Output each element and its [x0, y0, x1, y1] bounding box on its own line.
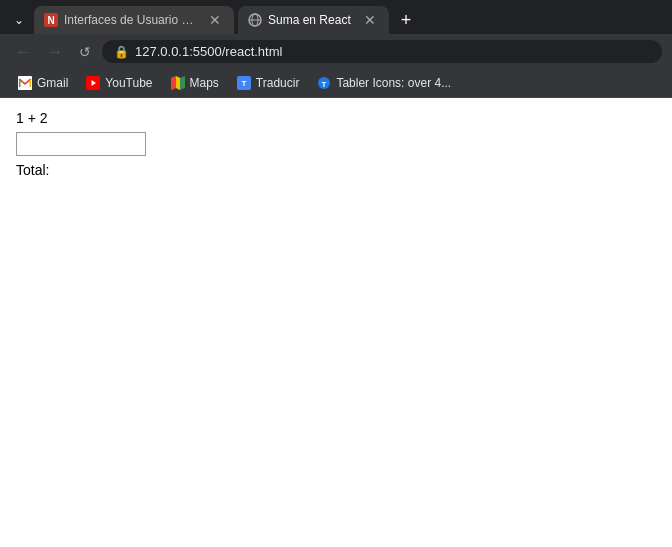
address-bar-row: ← → ↺ 🔒 127.0.0.1:5500/react.html	[0, 34, 672, 69]
bookmark-gmail[interactable]: Gmail	[10, 73, 76, 93]
svg-marker-12	[171, 76, 176, 90]
svg-text:N: N	[47, 15, 54, 26]
lock-icon: 🔒	[114, 45, 129, 59]
bookmark-maps-label: Maps	[190, 76, 219, 90]
tabler-icon: T	[317, 76, 331, 90]
address-text: 127.0.0.1:5500/react.html	[135, 44, 282, 59]
tab-suma[interactable]: Suma en React ✕	[238, 6, 389, 34]
tab-close-suma[interactable]: ✕	[361, 12, 379, 28]
bookmark-translate[interactable]: T Traducir	[229, 73, 308, 93]
reload-button[interactable]: ↺	[74, 41, 96, 63]
address-box[interactable]: 🔒 127.0.0.1:5500/react.html	[102, 40, 662, 63]
svg-rect-6	[19, 79, 21, 87]
tab-title-interfaces: Interfaces de Usuario - UI/UX	[64, 13, 196, 27]
back-button[interactable]: ←	[10, 41, 36, 63]
translate-icon: T	[237, 76, 251, 90]
bookmark-gmail-label: Gmail	[37, 76, 68, 90]
bookmark-maps[interactable]: Maps	[163, 73, 227, 93]
tab-bar: ⌄ N Interfaces de Usuario - UI/UX ✕ S	[0, 0, 672, 34]
bookmark-youtube[interactable]: YouTube	[78, 73, 160, 93]
sum-input[interactable]	[16, 132, 146, 156]
total-label: Total:	[16, 162, 656, 178]
tab-list-arrow[interactable]: ⌄	[8, 9, 30, 31]
tab-interfaces[interactable]: N Interfaces de Usuario - UI/UX ✕	[34, 6, 234, 34]
page-content: 1 + 2 Total:	[0, 98, 672, 525]
bookmark-tabler[interactable]: T Tabler Icons: over 4...	[309, 73, 459, 93]
youtube-icon	[86, 76, 100, 90]
tab-title-suma: Suma en React	[268, 13, 351, 27]
maps-icon	[171, 76, 185, 90]
tab-close-interfaces[interactable]: ✕	[206, 12, 224, 28]
browser-chrome: ⌄ N Interfaces de Usuario - UI/UX ✕ S	[0, 0, 672, 98]
bookmarks-bar: Gmail YouTube Maps	[0, 69, 672, 98]
tab-favicon-globe	[248, 13, 262, 27]
svg-rect-7	[30, 79, 32, 87]
bookmark-translate-label: Traducir	[256, 76, 300, 90]
svg-text:T: T	[322, 80, 327, 89]
forward-button[interactable]: →	[42, 41, 68, 63]
svg-marker-11	[176, 76, 180, 90]
gmail-icon	[18, 76, 32, 90]
new-tab-button[interactable]: +	[393, 8, 420, 33]
bookmark-youtube-label: YouTube	[105, 76, 152, 90]
tab-favicon-n: N	[44, 13, 58, 27]
equation-label: 1 + 2	[16, 110, 656, 126]
svg-text:T: T	[241, 79, 246, 88]
bookmark-tabler-label: Tabler Icons: over 4...	[336, 76, 451, 90]
